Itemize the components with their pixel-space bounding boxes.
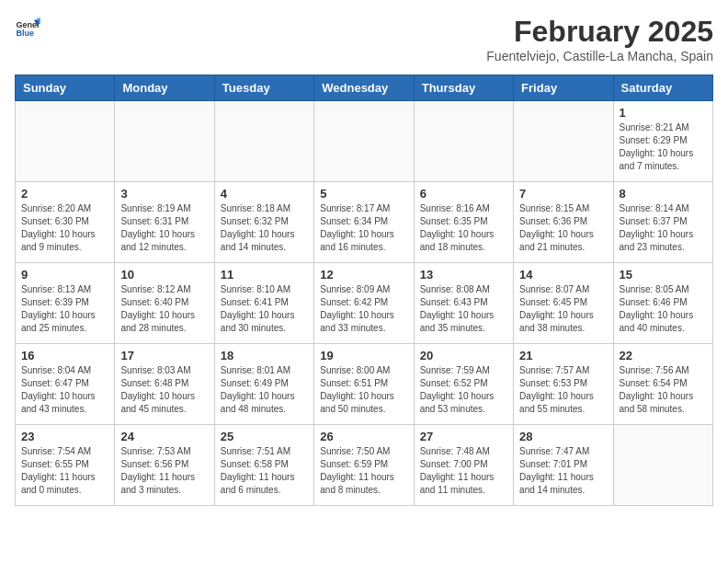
calendar-cell: 6Sunrise: 8:16 AMSunset: 6:35 PMDaylight… bbox=[414, 182, 513, 263]
day-number: 1 bbox=[620, 106, 707, 120]
calendar-cell: 27Sunrise: 7:48 AMSunset: 7:00 PMDayligh… bbox=[414, 425, 513, 506]
calendar-cell: 7Sunrise: 8:15 AMSunset: 6:36 PMDaylight… bbox=[514, 182, 613, 263]
calendar-week-2: 2Sunrise: 8:20 AMSunset: 6:30 PMDaylight… bbox=[16, 182, 713, 263]
calendar-cell bbox=[314, 101, 414, 182]
day-info: Sunrise: 8:03 AMSunset: 6:48 PMDaylight:… bbox=[120, 364, 208, 416]
calendar-cell bbox=[414, 101, 513, 182]
calendar-cell: 16Sunrise: 8:04 AMSunset: 6:47 PMDayligh… bbox=[16, 344, 115, 425]
calendar-cell: 20Sunrise: 7:59 AMSunset: 6:52 PMDayligh… bbox=[414, 344, 513, 425]
day-number: 19 bbox=[320, 349, 407, 362]
calendar-cell: 4Sunrise: 8:18 AMSunset: 6:32 PMDaylight… bbox=[214, 182, 313, 263]
location-subtitle: Fuentelviejo, Castille-La Mancha, Spain bbox=[486, 49, 713, 63]
day-info: Sunrise: 8:17 AMSunset: 6:34 PMDaylight:… bbox=[320, 202, 407, 254]
calendar-cell: 3Sunrise: 8:19 AMSunset: 6:31 PMDaylight… bbox=[115, 182, 214, 263]
day-number: 8 bbox=[620, 187, 707, 201]
calendar-cell: 17Sunrise: 8:03 AMSunset: 6:48 PMDayligh… bbox=[115, 344, 214, 425]
calendar-cell: 21Sunrise: 7:57 AMSunset: 6:53 PMDayligh… bbox=[514, 344, 613, 425]
day-number: 27 bbox=[420, 430, 507, 443]
column-header-thursday: Thursday bbox=[414, 75, 513, 101]
calendar-cell bbox=[613, 425, 712, 506]
calendar-cell: 23Sunrise: 7:54 AMSunset: 6:55 PMDayligh… bbox=[16, 425, 115, 506]
title-area: February 2025 Fuentelviejo, Castille-La … bbox=[486, 15, 713, 63]
day-info: Sunrise: 8:21 AMSunset: 6:29 PMDaylight:… bbox=[620, 121, 707, 173]
calendar-cell bbox=[514, 101, 613, 182]
calendar-week-5: 23Sunrise: 7:54 AMSunset: 6:55 PMDayligh… bbox=[16, 425, 713, 506]
day-info: Sunrise: 8:14 AMSunset: 6:37 PMDaylight:… bbox=[620, 202, 707, 254]
day-info: Sunrise: 7:50 AMSunset: 6:59 PMDaylight:… bbox=[320, 445, 407, 497]
day-number: 11 bbox=[221, 268, 308, 282]
column-header-wednesday: Wednesday bbox=[314, 75, 414, 101]
logo-icon: General Blue bbox=[15, 15, 40, 40]
day-info: Sunrise: 8:18 AMSunset: 6:32 PMDaylight:… bbox=[221, 202, 308, 254]
day-info: Sunrise: 8:04 AMSunset: 6:47 PMDaylight:… bbox=[21, 364, 108, 416]
column-header-friday: Friday bbox=[514, 75, 613, 101]
calendar-cell bbox=[16, 101, 115, 182]
calendar-cell: 28Sunrise: 7:47 AMSunset: 7:01 PMDayligh… bbox=[514, 425, 613, 506]
header: General Blue February 2025 Fuentelviejo,… bbox=[15, 15, 713, 63]
day-number: 12 bbox=[320, 268, 407, 282]
column-header-tuesday: Tuesday bbox=[214, 75, 313, 101]
day-info: Sunrise: 7:47 AMSunset: 7:01 PMDaylight:… bbox=[519, 445, 607, 497]
calendar-week-3: 9Sunrise: 8:13 AMSunset: 6:39 PMDaylight… bbox=[16, 263, 713, 344]
day-info: Sunrise: 8:01 AMSunset: 6:49 PMDaylight:… bbox=[221, 364, 308, 416]
day-number: 20 bbox=[420, 349, 507, 362]
day-number: 21 bbox=[519, 349, 607, 362]
calendar-cell: 2Sunrise: 8:20 AMSunset: 6:30 PMDaylight… bbox=[16, 182, 115, 263]
day-number: 10 bbox=[120, 268, 208, 282]
day-number: 28 bbox=[519, 430, 607, 443]
day-info: Sunrise: 7:59 AMSunset: 6:52 PMDaylight:… bbox=[420, 364, 507, 416]
day-info: Sunrise: 7:54 AMSunset: 6:55 PMDaylight:… bbox=[21, 445, 108, 497]
day-number: 17 bbox=[120, 349, 208, 362]
day-info: Sunrise: 7:53 AMSunset: 6:56 PMDaylight:… bbox=[120, 445, 208, 497]
column-header-monday: Monday bbox=[115, 75, 214, 101]
day-number: 15 bbox=[620, 268, 707, 282]
calendar-cell: 25Sunrise: 7:51 AMSunset: 6:58 PMDayligh… bbox=[214, 425, 313, 506]
calendar-cell: 11Sunrise: 8:10 AMSunset: 6:41 PMDayligh… bbox=[214, 263, 313, 344]
day-info: Sunrise: 8:19 AMSunset: 6:31 PMDaylight:… bbox=[120, 202, 208, 254]
calendar-cell: 12Sunrise: 8:09 AMSunset: 6:42 PMDayligh… bbox=[314, 263, 414, 344]
calendar-cell bbox=[214, 101, 313, 182]
calendar-cell: 15Sunrise: 8:05 AMSunset: 6:46 PMDayligh… bbox=[613, 263, 712, 344]
calendar-cell: 14Sunrise: 8:07 AMSunset: 6:45 PMDayligh… bbox=[514, 263, 613, 344]
day-info: Sunrise: 7:57 AMSunset: 6:53 PMDaylight:… bbox=[519, 364, 607, 416]
day-info: Sunrise: 8:15 AMSunset: 6:36 PMDaylight:… bbox=[519, 202, 607, 254]
calendar-cell: 13Sunrise: 8:08 AMSunset: 6:43 PMDayligh… bbox=[414, 263, 513, 344]
day-number: 7 bbox=[519, 187, 607, 201]
calendar-cell bbox=[115, 101, 214, 182]
day-number: 22 bbox=[620, 349, 707, 362]
day-number: 14 bbox=[519, 268, 607, 282]
calendar-cell: 1Sunrise: 8:21 AMSunset: 6:29 PMDaylight… bbox=[613, 101, 712, 182]
calendar-cell: 8Sunrise: 8:14 AMSunset: 6:37 PMDaylight… bbox=[613, 182, 712, 263]
day-number: 2 bbox=[21, 187, 108, 201]
calendar-cell: 24Sunrise: 7:53 AMSunset: 6:56 PMDayligh… bbox=[115, 425, 214, 506]
day-number: 26 bbox=[320, 430, 407, 443]
day-info: Sunrise: 8:13 AMSunset: 6:39 PMDaylight:… bbox=[21, 283, 108, 335]
calendar-week-1: 1Sunrise: 8:21 AMSunset: 6:29 PMDaylight… bbox=[16, 101, 713, 182]
logo: General Blue bbox=[15, 15, 40, 40]
day-number: 16 bbox=[21, 349, 108, 362]
day-info: Sunrise: 8:07 AMSunset: 6:45 PMDaylight:… bbox=[519, 283, 607, 335]
day-info: Sunrise: 8:00 AMSunset: 6:51 PMDaylight:… bbox=[320, 364, 407, 416]
day-info: Sunrise: 8:05 AMSunset: 6:46 PMDaylight:… bbox=[620, 283, 707, 335]
calendar-table: SundayMondayTuesdayWednesdayThursdayFrid… bbox=[15, 75, 713, 506]
calendar-week-4: 16Sunrise: 8:04 AMSunset: 6:47 PMDayligh… bbox=[16, 344, 713, 425]
calendar-cell: 5Sunrise: 8:17 AMSunset: 6:34 PMDaylight… bbox=[314, 182, 414, 263]
day-info: Sunrise: 7:48 AMSunset: 7:00 PMDaylight:… bbox=[420, 445, 507, 497]
day-number: 6 bbox=[420, 187, 507, 201]
column-header-saturday: Saturday bbox=[613, 75, 712, 101]
month-title: February 2025 bbox=[486, 15, 713, 49]
day-number: 18 bbox=[221, 349, 308, 362]
column-header-sunday: Sunday bbox=[16, 75, 115, 101]
calendar-cell: 10Sunrise: 8:12 AMSunset: 6:40 PMDayligh… bbox=[115, 263, 214, 344]
svg-text:Blue: Blue bbox=[16, 29, 34, 38]
calendar-cell: 26Sunrise: 7:50 AMSunset: 6:59 PMDayligh… bbox=[314, 425, 414, 506]
calendar-cell: 19Sunrise: 8:00 AMSunset: 6:51 PMDayligh… bbox=[314, 344, 414, 425]
day-info: Sunrise: 8:09 AMSunset: 6:42 PMDaylight:… bbox=[320, 283, 407, 335]
day-number: 24 bbox=[120, 430, 208, 443]
calendar-cell: 22Sunrise: 7:56 AMSunset: 6:54 PMDayligh… bbox=[613, 344, 712, 425]
day-number: 3 bbox=[120, 187, 208, 201]
day-info: Sunrise: 8:16 AMSunset: 6:35 PMDaylight:… bbox=[420, 202, 507, 254]
calendar-cell: 18Sunrise: 8:01 AMSunset: 6:49 PMDayligh… bbox=[214, 344, 313, 425]
calendar-header-row: SundayMondayTuesdayWednesdayThursdayFrid… bbox=[16, 75, 713, 101]
day-number: 9 bbox=[21, 268, 108, 282]
